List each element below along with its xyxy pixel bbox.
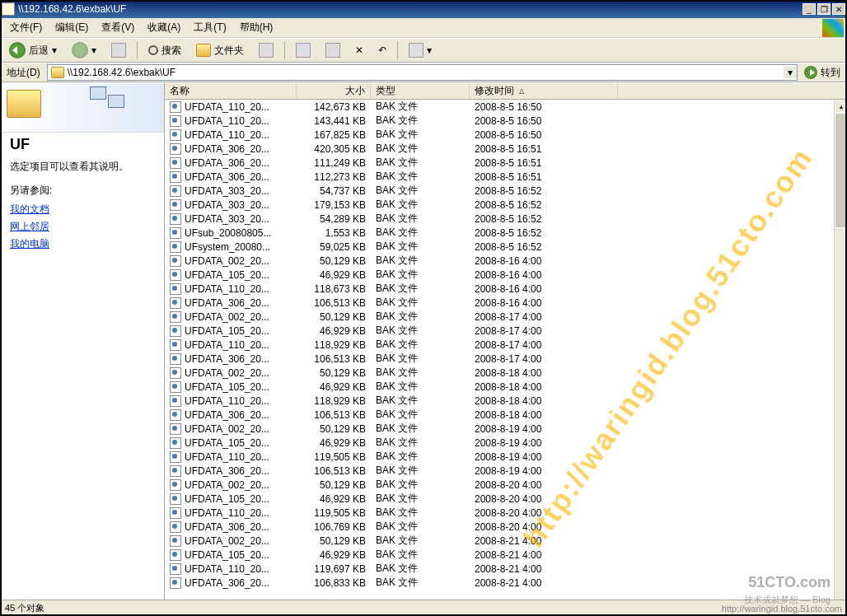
file-size: 106,513 KB — [297, 297, 371, 309]
file-size: 50,129 KB — [297, 479, 371, 491]
link-mycomputer[interactable]: 我的电脑 — [10, 236, 154, 253]
file-row[interactable]: UFDATA_002_20...50,129 KBBAK 文件2008-8-19… — [165, 422, 847, 436]
file-row[interactable]: UFDATA_303_20...54,289 KBBAK 文件2008-8-5 … — [165, 212, 847, 226]
file-icon — [170, 423, 181, 435]
history-button[interactable] — [253, 40, 279, 60]
file-row[interactable]: UFDATA_002_20...50,129 KBBAK 文件2008-8-18… — [165, 366, 847, 380]
file-row[interactable]: UFDATA_105_20...46,929 KBBAK 文件2008-8-17… — [165, 324, 847, 338]
views-button[interactable]: ▾ — [403, 40, 438, 60]
file-type: BAK 文件 — [371, 142, 470, 156]
back-button[interactable]: 后退 ▾ — [3, 40, 63, 61]
file-row[interactable]: UFDATA_110_20...142,673 KBBAK 文件2008-8-5… — [165, 100, 847, 114]
file-row[interactable]: UFsub_20080805...1,553 KBBAK 文件2008-8-5 … — [165, 226, 847, 240]
address-input[interactable] — [68, 65, 784, 80]
file-row[interactable]: UFDATA_306_20...106,513 KBBAK 文件2008-8-1… — [165, 296, 847, 310]
close-button[interactable]: ✕ — [832, 3, 845, 15]
file-icon — [170, 451, 181, 463]
forward-button[interactable]: ▾ — [66, 40, 102, 61]
column-type[interactable]: 类型 — [371, 83, 470, 99]
link-mydocs[interactable]: 我的文档 — [10, 201, 154, 218]
file-row[interactable]: UFDATA_105_20...46,929 KBBAK 文件2008-8-18… — [165, 380, 847, 394]
file-row[interactable]: UFDATA_110_20...118,929 KBBAK 文件2008-8-1… — [165, 338, 847, 352]
file-row[interactable]: UFDATA_306_20...106,513 KBBAK 文件2008-8-1… — [165, 352, 847, 366]
search-button[interactable]: 搜索 — [143, 41, 187, 60]
file-list[interactable]: UFDATA_110_20...142,673 KBBAK 文件2008-8-5… — [165, 100, 847, 616]
file-date: 2008-8-5 16:51 — [470, 171, 618, 183]
menu-view[interactable]: 查看(V) — [95, 19, 141, 36]
menu-edit[interactable]: 编辑(E) — [49, 19, 95, 36]
file-row[interactable]: UFsystem_20080...59,025 KBBAK 文件2008-8-5… — [165, 240, 847, 254]
file-row[interactable]: UFDATA_105_20...46,929 KBBAK 文件2008-8-20… — [165, 492, 847, 506]
toolbar-separator — [137, 41, 138, 59]
file-size: 112,273 KB — [297, 171, 371, 183]
column-name[interactable]: 名称 — [165, 83, 297, 99]
file-row[interactable]: UFDATA_002_20...50,129 KBBAK 文件2008-8-20… — [165, 478, 847, 492]
file-row[interactable]: UFDATA_105_20...46,929 KBBAK 文件2008-8-19… — [165, 436, 847, 450]
history-icon — [259, 43, 274, 58]
go-button[interactable]: 转到 — [801, 66, 844, 80]
maximize-button[interactable]: ❐ — [817, 3, 831, 15]
file-icon — [170, 199, 181, 211]
file-name: UFDATA_303_20... — [185, 213, 269, 225]
file-row[interactable]: UFDATA_110_20...118,673 KBBAK 文件2008-8-1… — [165, 282, 847, 296]
file-date: 2008-8-16 4:00 — [470, 269, 618, 281]
file-name: UFDATA_303_20... — [185, 199, 269, 211]
menu-file[interactable]: 文件(F) — [3, 19, 49, 36]
file-row[interactable]: UFDATA_110_20...143,441 KBBAK 文件2008-8-5… — [165, 114, 847, 128]
see-also-label: 另请参阅: — [0, 184, 164, 201]
file-name: UFDATA_306_20... — [185, 171, 269, 183]
file-row[interactable]: UFDATA_306_20...106,513 KBBAK 文件2008-8-1… — [165, 408, 847, 422]
file-row[interactable]: UFDATA_306_20...112,273 KBBAK 文件2008-8-5… — [165, 170, 847, 184]
file-row[interactable]: UFDATA_105_20...46,929 KBBAK 文件2008-8-21… — [165, 548, 847, 562]
search-label: 搜索 — [161, 44, 181, 58]
file-row[interactable]: UFDATA_306_20...111,249 KBBAK 文件2008-8-5… — [165, 156, 847, 170]
menu-favorites[interactable]: 收藏(A) — [141, 19, 187, 36]
file-row[interactable]: UFDATA_306_20...106,833 KBBAK 文件2008-8-2… — [165, 576, 847, 590]
titlebar: \\192.168.42.6\exbak\UF _ ❐ ✕ — [0, 0, 847, 18]
undo-button[interactable]: ↶ — [372, 42, 392, 58]
file-row[interactable]: UFDATA_306_20...106,513 KBBAK 文件2008-8-1… — [165, 464, 847, 478]
column-date[interactable]: 修改时间△ — [470, 83, 618, 99]
file-name: UFDATA_306_20... — [185, 465, 269, 477]
link-network[interactable]: 网上邻居 — [10, 218, 154, 236]
file-row[interactable]: UFDATA_105_20...46,929 KBBAK 文件2008-8-16… — [165, 268, 847, 282]
minimize-button[interactable]: _ — [803, 3, 816, 15]
folders-button[interactable]: 文件夹 — [190, 41, 250, 60]
file-name: UFDATA_002_20... — [185, 311, 269, 323]
file-date: 2008-8-18 4:00 — [470, 395, 618, 407]
move-to-icon — [296, 43, 311, 58]
file-row[interactable]: UFDATA_110_20...119,505 KBBAK 文件2008-8-2… — [165, 506, 847, 520]
file-row[interactable]: UFDATA_110_20...119,505 KBBAK 文件2008-8-1… — [165, 450, 847, 464]
file-row[interactable]: UFDATA_306_20...106,769 KBBAK 文件2008-8-2… — [165, 520, 847, 534]
file-icon — [170, 535, 181, 547]
column-size[interactable]: 大小 — [297, 83, 371, 99]
delete-button[interactable]: ✕ — [349, 42, 369, 58]
scroll-thumb[interactable] — [835, 113, 847, 228]
menu-help[interactable]: 帮助(H) — [233, 19, 280, 36]
file-row[interactable]: UFDATA_303_20...54,737 KBBAK 文件2008-8-5 … — [165, 184, 847, 198]
file-row[interactable]: UFDATA_110_20...118,929 KBBAK 文件2008-8-1… — [165, 394, 847, 408]
file-row[interactable]: UFDATA_002_20...50,129 KBBAK 文件2008-8-16… — [165, 254, 847, 268]
file-name: UFDATA_306_20... — [185, 521, 269, 533]
file-row[interactable]: UFDATA_002_20...50,129 KBBAK 文件2008-8-21… — [165, 534, 847, 548]
file-icon — [170, 241, 181, 253]
file-type: BAK 文件 — [371, 268, 470, 282]
folder-description: 选定项目可以查看其说明。 — [0, 156, 164, 184]
move-to-button[interactable] — [290, 40, 316, 60]
file-row[interactable]: UFDATA_110_20...119,697 KBBAK 文件2008-8-2… — [165, 562, 847, 576]
up-button[interactable] — [105, 40, 132, 60]
scroll-up-button[interactable]: ▴ — [835, 100, 847, 113]
file-row[interactable]: UFDATA_303_20...179,153 KBBAK 文件2008-8-5… — [165, 198, 847, 212]
address-dropdown-button[interactable]: ▾ — [784, 67, 797, 78]
copy-to-button[interactable] — [320, 40, 346, 60]
file-row[interactable]: UFDATA_306_20...420,305 KBBAK 文件2008-8-5… — [165, 142, 847, 156]
file-date: 2008-8-19 4:00 — [470, 437, 618, 449]
file-name: UFDATA_306_20... — [185, 409, 269, 421]
address-input-wrap[interactable]: ▾ — [47, 64, 798, 81]
file-row[interactable]: UFDATA_110_20...167,825 KBBAK 文件2008-8-5… — [165, 128, 847, 142]
file-icon — [170, 171, 181, 183]
file-type: BAK 文件 — [371, 380, 470, 394]
file-row[interactable]: UFDATA_002_20...50,129 KBBAK 文件2008-8-17… — [165, 310, 847, 324]
menu-tools[interactable]: 工具(T) — [187, 19, 232, 36]
vertical-scrollbar[interactable]: ▴ ▾ — [834, 100, 847, 616]
